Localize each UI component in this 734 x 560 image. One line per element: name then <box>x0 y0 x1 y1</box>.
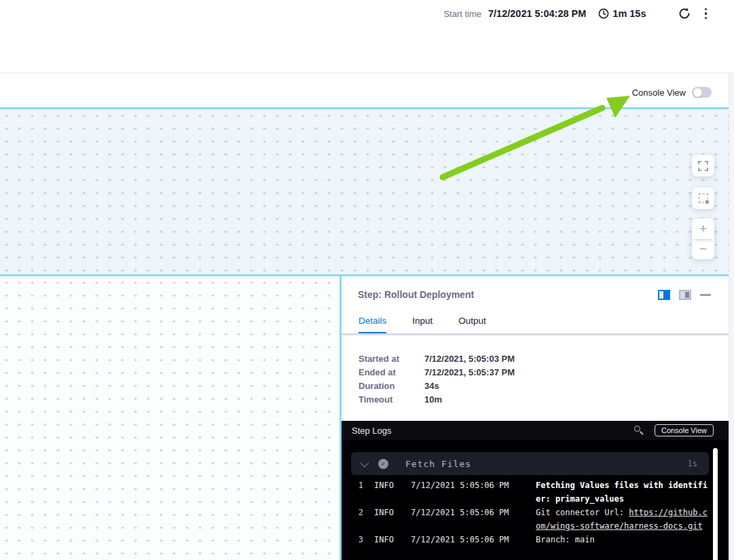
detail-label: Started at <box>359 352 424 366</box>
page-scrollbar-gutter[interactable] <box>729 73 734 560</box>
console-view-toggle[interactable] <box>692 87 712 98</box>
log-line: 1 INFO 7/12/2021 5:05:06 PM Fetching Val… <box>351 479 709 506</box>
log-message: Fetching Values files with identifier: p… <box>536 479 709 506</box>
log-message-text: Git connector Url: <box>536 508 629 517</box>
detail-label: Timeout <box>359 393 424 407</box>
log-section-duration: 1s <box>688 459 697 468</box>
top-bar: Start time 7/12/2021 5:04:28 PM 1m 15s <box>0 0 734 73</box>
log-scrollbar[interactable] <box>713 448 718 560</box>
toggle-knob <box>693 88 702 97</box>
log-level: INFO <box>374 533 400 546</box>
detail-value: 34s <box>424 379 439 393</box>
detail-label: Duration <box>359 379 424 393</box>
marquee-icon <box>699 193 708 203</box>
tab-divider <box>342 333 731 335</box>
log-level: INFO <box>374 506 400 533</box>
more-options-button[interactable] <box>705 8 708 20</box>
log-timestamp: 7/12/2021 5:05:06 PM <box>411 479 525 506</box>
log-line: 2 INFO 7/12/2021 5:05:06 PM Git connecto… <box>351 506 709 533</box>
detail-row: Duration 34s <box>359 379 515 393</box>
refresh-icon <box>678 7 691 20</box>
elapsed-duration: 1m 15s <box>612 8 646 19</box>
zoom-out-button[interactable]: − <box>692 239 714 259</box>
log-timestamp: 7/12/2021 5:05:06 PM <box>411 533 525 546</box>
search-icon[interactable] <box>634 426 644 435</box>
detail-row: Started at 7/12/2021, 5:05:03 PM <box>359 352 515 366</box>
step-logs-header: Step Logs Console View <box>342 421 729 440</box>
fit-to-screen-button[interactable] <box>692 187 714 209</box>
pipeline-canvas-lower[interactable]: − Execution ✓ Rollout Deployment <box>0 276 340 560</box>
refresh-button[interactable] <box>678 7 691 20</box>
zoom-pill: + − <box>692 219 714 259</box>
log-message: Branch: main <box>536 533 709 546</box>
log-message: Git connector Url: https://github.com/wi… <box>536 506 709 533</box>
log-timestamp: 7/12/2021 5:05:06 PM <box>411 506 525 533</box>
log-line: 3 INFO 7/12/2021 5:05:06 PM Branch: main <box>351 533 709 546</box>
clock-icon <box>598 8 609 19</box>
step-logs-title: Step Logs <box>352 426 392 436</box>
log-line-number: 2 <box>351 506 363 533</box>
console-view-button[interactable]: Console View <box>655 424 714 436</box>
tab-details[interactable]: Details <box>359 316 386 334</box>
detail-label: Ended at <box>359 366 424 379</box>
details-list: Started at 7/12/2021, 5:05:03 PM Ended a… <box>359 352 515 407</box>
split-view-right-icon[interactable] <box>658 290 670 300</box>
detail-row: Ended at 7/12/2021, 5:05:37 PM <box>359 366 515 379</box>
detail-value: 7/12/2021, 5:05:37 PM <box>424 366 515 379</box>
section-success-icon: ✓ <box>378 459 388 469</box>
panel-tabs: Details Input Output <box>359 316 512 334</box>
detail-row: Timeout 10m <box>359 393 515 407</box>
log-lines: 1 INFO 7/12/2021 5:05:06 PM Fetching Val… <box>351 479 709 546</box>
fullscreen-button[interactable] <box>692 155 714 176</box>
start-time-value: 7/12/2021 5:04:28 PM <box>488 8 586 19</box>
pipeline-canvas-upper[interactable]: + − <box>0 109 729 274</box>
log-line-number: 3 <box>351 533 363 546</box>
log-section-fetch-files[interactable]: ✓ Fetch Files 1s <box>351 452 709 475</box>
tab-output[interactable]: Output <box>458 316 486 334</box>
panel-title: Step: Rollout Deployment <box>358 289 474 300</box>
step-logs-panel: Step Logs Console View ✓ Fetch Files 1s … <box>342 421 729 560</box>
detail-value: 7/12/2021, 5:05:03 PM <box>424 352 515 366</box>
log-level: INFO <box>374 479 400 506</box>
zoom-in-button[interactable]: + <box>692 219 714 239</box>
log-line-number: 1 <box>351 479 363 506</box>
detail-value: 10m <box>424 393 442 407</box>
tab-input[interactable]: Input <box>412 316 433 334</box>
fullscreen-icon <box>698 161 708 171</box>
minimize-panel-button[interactable] <box>700 294 711 296</box>
start-time-label: Start time <box>443 9 481 19</box>
console-view-label: Console View <box>632 88 686 98</box>
kebab-icon <box>705 8 708 11</box>
log-section-title: Fetch Files <box>405 459 471 469</box>
split-view-bottom-icon[interactable] <box>679 290 691 300</box>
chevron-down-icon[interactable] <box>361 458 369 467</box>
graph-toolbar: Console View <box>0 74 729 107</box>
